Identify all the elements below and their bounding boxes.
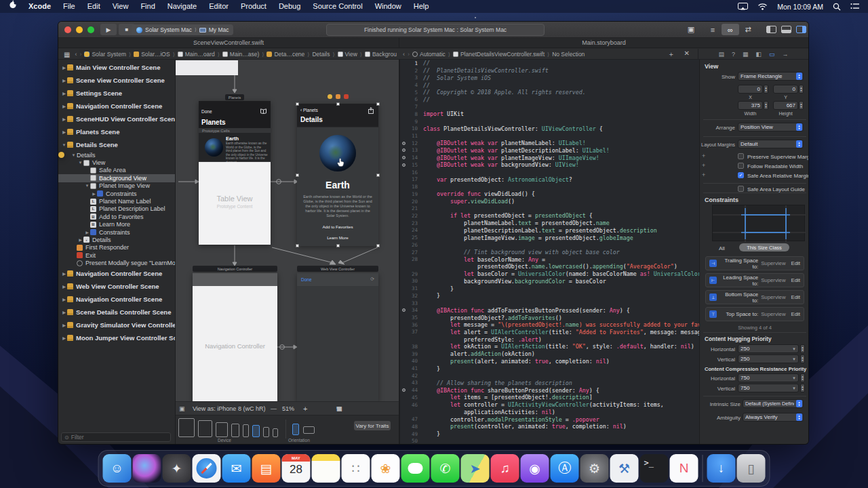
priority-field[interactable]: 250▼ <box>738 354 799 363</box>
layout-margins-dropdown[interactable]: Default▲▼ <box>738 140 804 148</box>
dock-siri[interactable] <box>133 454 161 483</box>
code-line[interactable]: 5// Copyright © 2018 Apple. All rights r… <box>400 89 699 96</box>
web-view-controller[interactable]: Done ⟳ <box>297 273 378 401</box>
zoom-in-button[interactable]: + <box>303 402 307 415</box>
code-line[interactable]: 11 <box>400 132 699 140</box>
resize-handle[interactable] <box>296 102 299 106</box>
connection-well-icon[interactable] <box>402 388 406 392</box>
code-line[interactable]: 27 // Tint background view with object b… <box>400 249 699 256</box>
back-button[interactable]: ‹ Planets <box>300 108 318 113</box>
code-line[interactable]: 36 let message = "\(presentedObject!.nam… <box>400 321 699 329</box>
table-view[interactable]: Table View Prototype Content <box>199 162 271 245</box>
code-line[interactable]: 20 super.viewDidLoad() <box>400 198 699 205</box>
minimize-window-button[interactable] <box>76 26 83 33</box>
outline-item[interactable]: ▼View <box>58 159 175 166</box>
outline-item[interactable]: ▶Navigation Controller Scene <box>58 100 175 113</box>
height-field[interactable]: 667 <box>773 101 798 110</box>
inspector-toggle-button[interactable] <box>792 24 809 35</box>
scene-dock-first-responder-icon[interactable] <box>336 94 340 99</box>
forward-icon[interactable]: › <box>408 51 410 58</box>
add-to-favorites-button[interactable]: Add to Favorites <box>297 224 378 229</box>
connection-well-icon[interactable] <box>402 156 406 159</box>
breadcrumb-item[interactable]: Main…oard <box>185 51 215 58</box>
disclosure-triangle[interactable]: ▶ <box>77 237 83 242</box>
menu-help[interactable]: Help <box>408 0 435 13</box>
code-line[interactable]: 12 @IBOutlet weak var planetNameLabel: U… <box>400 140 699 147</box>
outline-item[interactable]: ▶Scene Details Controller Scene <box>58 306 175 319</box>
device-ipad-pro-10-5[interactable] <box>198 420 212 437</box>
constraint-row[interactable]: ⊤Top Space to:SuperviewEdit <box>705 307 804 321</box>
standard-editor-button[interactable]: ≡ <box>704 24 722 35</box>
code-line[interactable]: 31 } <box>400 285 699 292</box>
code-line[interactable]: 41 } <box>400 365 699 372</box>
code-line[interactable]: 35 presentedObject?.addToFavorites() <box>400 314 699 321</box>
breadcrumb-item[interactable]: View <box>345 51 357 58</box>
disclosure-triangle[interactable]: ▼ <box>77 161 83 165</box>
intrinsic-size-dropdown[interactable]: Default (System Defined)▲▼ <box>743 399 804 408</box>
edit-button[interactable]: Edit <box>791 277 800 283</box>
file-inspector-tab[interactable]: ▤ <box>718 51 724 58</box>
menu-debug[interactable]: Debug <box>273 0 307 13</box>
scene-dock-exit-icon[interactable] <box>344 94 349 99</box>
disclosure-triangle[interactable]: ▶ <box>91 191 97 196</box>
orientation-portrait[interactable] <box>292 424 299 435</box>
notification-center-icon[interactable] <box>850 3 860 10</box>
share-icon[interactable] <box>368 107 374 114</box>
resize-handle[interactable] <box>296 174 299 177</box>
back-icon[interactable]: ‹ <box>75 51 77 58</box>
edit-button[interactable]: Edit <box>791 294 800 300</box>
height-stepper[interactable]: ▲▼ <box>799 101 804 110</box>
outline-item[interactable]: ▶Constraints <box>58 190 175 197</box>
code-line[interactable]: 25 planetImageView.image = presentedObje… <box>400 234 699 241</box>
checkbox-safe-area-layout-guide[interactable] <box>738 186 744 192</box>
planet-name-label[interactable]: Earth <box>297 180 378 190</box>
scene-dock-view-controller-icon[interactable] <box>328 94 332 99</box>
code-line[interactable]: preferredStyle: .alert) <box>400 336 699 343</box>
code-line[interactable]: 13 @IBOutlet weak var planetDescriptionL… <box>400 147 699 155</box>
dock-terminal[interactable]: >_ <box>640 454 669 483</box>
code-line[interactable]: 16 <box>400 169 699 176</box>
dock-music[interactable]: ♫ <box>491 454 519 483</box>
width-stepper[interactable]: ▲▼ <box>764 101 768 110</box>
code-line[interactable]: 48 present(controller, animated: true, c… <box>400 423 699 430</box>
constraint-row[interactable]: ⊢Leading Space to:SuperviewEdit <box>705 273 804 287</box>
dock-news[interactable]: N <box>670 454 698 483</box>
disclosure-triangle[interactable]: ▶ <box>61 310 67 314</box>
outline-item[interactable]: BAdd to Favorites <box>58 213 175 220</box>
assistant-editor-button[interactable]: ∞ <box>722 24 739 35</box>
spotlight-icon[interactable] <box>833 3 841 11</box>
dock-photos[interactable]: ❀ <box>372 454 400 483</box>
x-stepper[interactable]: ▲▼ <box>764 85 768 94</box>
menu-source-control[interactable]: Source Control <box>307 0 368 13</box>
code-line[interactable]: 46 let controller = UIActivityViewContro… <box>400 401 699 409</box>
breadcrumb-item[interactable]: Solar System <box>92 51 126 58</box>
outline-item[interactable]: Exit <box>58 251 175 259</box>
outline-item[interactable]: ▶Settings Scene <box>58 87 175 100</box>
priority-field[interactable]: 250▼ <box>738 344 799 353</box>
code-line[interactable]: 7 <box>400 103 699 110</box>
code-line[interactable]: 39 alert.addAction(okAction) <box>400 350 699 358</box>
connection-well-icon[interactable] <box>402 148 406 152</box>
outline-item[interactable]: ▼Details Scene <box>58 138 175 151</box>
dock-podcasts[interactable]: ◉ <box>521 454 549 483</box>
code-line[interactable]: 37 let alert = UIAlertController(title: … <box>400 329 699 336</box>
menu-navigate[interactable]: Navigate <box>161 0 203 13</box>
dock-mail[interactable]: ✉ <box>222 454 251 483</box>
breadcrumb-item[interactable]: Details <box>312 51 330 58</box>
menu-clock[interactable]: Mon 10:09 AM <box>777 3 823 11</box>
breadcrumb-item[interactable]: Automatic <box>420 51 446 58</box>
breadcrumb-item[interactable]: No Selection <box>552 51 585 58</box>
priority-stepper[interactable]: ▲▼ <box>800 373 805 382</box>
book-icon[interactable] <box>260 108 267 114</box>
connection-well-icon[interactable] <box>402 163 406 167</box>
constraint-row[interactable]: ⊣Trailing Space to:SuperviewEdit <box>705 256 804 270</box>
close-window-button[interactable] <box>64 26 71 33</box>
code-line[interactable]: 42 <box>400 372 699 380</box>
resize-handle[interactable] <box>376 102 380 106</box>
disclosure-triangle[interactable]: ▶ <box>61 297 67 302</box>
code-line[interactable]: 4// <box>400 81 699 89</box>
vary-for-traits-button[interactable]: Vary for Traits <box>354 421 391 430</box>
code-line[interactable]: 33 <box>400 300 699 307</box>
checkbox-preserve-superview-margins[interactable] <box>738 153 744 159</box>
planet-description-label[interactable]: Earth otherwise known as the World or th… <box>302 195 374 218</box>
